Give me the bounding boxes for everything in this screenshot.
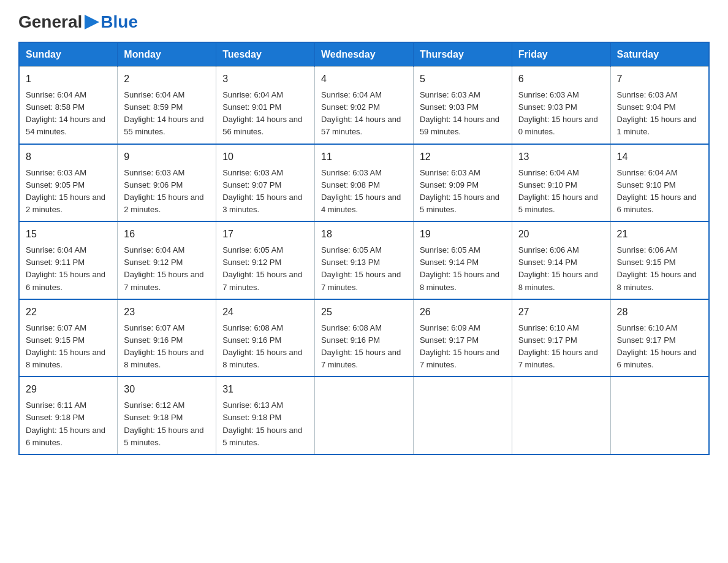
day-info: Sunrise: 6:03 AMSunset: 9:03 PMDaylight:…	[518, 90, 598, 136]
day-number: 27	[518, 305, 604, 320]
day-number: 3	[222, 72, 308, 86]
calendar-cell: 22Sunrise: 6:07 AMSunset: 9:15 PMDayligh…	[19, 299, 118, 377]
day-info: Sunrise: 6:03 AMSunset: 9:03 PMDaylight:…	[420, 90, 499, 136]
header-day-sunday: Sunday	[19, 42, 118, 67]
calendar-cell: 9Sunrise: 6:03 AMSunset: 9:06 PMDaylight…	[118, 144, 216, 222]
day-number: 6	[518, 72, 604, 86]
calendar-week-1: 1Sunrise: 6:04 AMSunset: 8:58 PMDaylight…	[19, 67, 709, 144]
calendar-cell: 12Sunrise: 6:03 AMSunset: 9:09 PMDayligh…	[413, 144, 512, 222]
day-info: Sunrise: 6:03 AMSunset: 9:08 PMDaylight:…	[321, 168, 401, 214]
calendar-cell	[512, 377, 610, 454]
day-info: Sunrise: 6:03 AMSunset: 9:07 PMDaylight:…	[222, 168, 302, 214]
day-number: 24	[222, 305, 308, 320]
day-number: 17	[222, 227, 308, 242]
calendar-table: SundayMondayTuesdayWednesdayThursdayFrid…	[18, 42, 710, 455]
day-number: 9	[124, 150, 210, 164]
calendar-cell: 27Sunrise: 6:10 AMSunset: 9:17 PMDayligh…	[512, 299, 610, 377]
calendar-cell	[610, 377, 709, 454]
header-row: SundayMondayTuesdayWednesdayThursdayFrid…	[19, 42, 709, 67]
day-info: Sunrise: 6:04 AMSunset: 9:11 PMDaylight:…	[26, 245, 105, 291]
logo-blue-text: Blue	[100, 12, 138, 32]
calendar-cell: 2Sunrise: 6:04 AMSunset: 8:59 PMDaylight…	[118, 67, 216, 144]
day-info: Sunrise: 6:04 AMSunset: 9:10 PMDaylight:…	[518, 168, 598, 214]
day-info: Sunrise: 6:05 AMSunset: 9:13 PMDaylight:…	[321, 245, 401, 291]
day-number: 23	[124, 305, 210, 320]
calendar-cell: 18Sunrise: 6:05 AMSunset: 9:13 PMDayligh…	[315, 221, 414, 299]
day-info: Sunrise: 6:08 AMSunset: 9:16 PMDaylight:…	[321, 323, 401, 369]
calendar-cell: 29Sunrise: 6:11 AMSunset: 9:18 PMDayligh…	[19, 377, 118, 454]
day-info: Sunrise: 6:04 AMSunset: 8:59 PMDaylight:…	[124, 90, 203, 136]
day-info: Sunrise: 6:04 AMSunset: 9:10 PMDaylight:…	[617, 168, 697, 214]
calendar-cell: 11Sunrise: 6:03 AMSunset: 9:08 PMDayligh…	[315, 144, 414, 222]
header-day-wednesday: Wednesday	[315, 42, 414, 67]
day-info: Sunrise: 6:04 AMSunset: 8:58 PMDaylight:…	[26, 90, 105, 136]
day-number: 30	[124, 382, 210, 397]
calendar-cell: 8Sunrise: 6:03 AMSunset: 9:05 PMDaylight…	[19, 144, 118, 222]
logo-general-text: General	[18, 12, 82, 32]
day-number: 5	[420, 72, 506, 86]
day-info: Sunrise: 6:03 AMSunset: 9:06 PMDaylight:…	[124, 168, 203, 214]
day-number: 22	[26, 305, 111, 320]
header-day-monday: Monday	[118, 42, 216, 67]
day-number: 13	[518, 150, 604, 164]
day-number: 11	[321, 150, 407, 164]
day-number: 15	[26, 227, 111, 242]
header-day-thursday: Thursday	[413, 42, 512, 67]
calendar-cell: 1Sunrise: 6:04 AMSunset: 8:58 PMDaylight…	[19, 67, 118, 144]
calendar-week-5: 29Sunrise: 6:11 AMSunset: 9:18 PMDayligh…	[19, 377, 709, 454]
header-day-tuesday: Tuesday	[216, 42, 315, 67]
day-number: 10	[222, 150, 308, 164]
day-info: Sunrise: 6:03 AMSunset: 9:09 PMDaylight:…	[420, 168, 499, 214]
calendar-cell: 17Sunrise: 6:05 AMSunset: 9:12 PMDayligh…	[216, 221, 315, 299]
calendar-cell: 23Sunrise: 6:07 AMSunset: 9:16 PMDayligh…	[118, 299, 216, 377]
day-number: 28	[617, 305, 702, 320]
day-number: 8	[26, 150, 111, 164]
calendar-cell: 14Sunrise: 6:04 AMSunset: 9:10 PMDayligh…	[610, 144, 709, 222]
svg-marker-0	[85, 15, 99, 29]
day-number: 21	[617, 227, 702, 242]
day-number: 1	[26, 72, 111, 86]
calendar-cell: 26Sunrise: 6:09 AMSunset: 9:17 PMDayligh…	[413, 299, 512, 377]
day-info: Sunrise: 6:09 AMSunset: 9:17 PMDaylight:…	[420, 323, 499, 369]
calendar-body: 1Sunrise: 6:04 AMSunset: 8:58 PMDaylight…	[19, 67, 709, 454]
calendar-cell: 30Sunrise: 6:12 AMSunset: 9:18 PMDayligh…	[118, 377, 216, 454]
day-info: Sunrise: 6:07 AMSunset: 9:16 PMDaylight:…	[124, 323, 203, 369]
day-number: 12	[420, 150, 506, 164]
calendar-cell: 10Sunrise: 6:03 AMSunset: 9:07 PMDayligh…	[216, 144, 315, 222]
day-info: Sunrise: 6:08 AMSunset: 9:16 PMDaylight:…	[222, 323, 302, 369]
calendar-cell: 28Sunrise: 6:10 AMSunset: 9:17 PMDayligh…	[610, 299, 709, 377]
calendar-cell: 21Sunrise: 6:06 AMSunset: 9:15 PMDayligh…	[610, 221, 709, 299]
day-number: 16	[124, 227, 210, 242]
calendar-cell: 31Sunrise: 6:13 AMSunset: 9:18 PMDayligh…	[216, 377, 315, 454]
calendar-week-2: 8Sunrise: 6:03 AMSunset: 9:05 PMDaylight…	[19, 144, 709, 222]
day-info: Sunrise: 6:05 AMSunset: 9:14 PMDaylight:…	[420, 245, 499, 291]
logo-flag-icon	[83, 13, 100, 31]
page-header: GeneralBlue	[18, 12, 710, 32]
calendar-header: SundayMondayTuesdayWednesdayThursdayFrid…	[19, 42, 709, 67]
day-info: Sunrise: 6:12 AMSunset: 9:18 PMDaylight:…	[124, 400, 203, 446]
day-info: Sunrise: 6:03 AMSunset: 9:05 PMDaylight:…	[26, 168, 105, 214]
calendar-cell: 7Sunrise: 6:03 AMSunset: 9:04 PMDaylight…	[610, 67, 709, 144]
logo: GeneralBlue	[18, 12, 138, 32]
calendar-cell	[413, 377, 512, 454]
calendar-cell: 13Sunrise: 6:04 AMSunset: 9:10 PMDayligh…	[512, 144, 610, 222]
day-number: 14	[617, 150, 702, 164]
day-number: 4	[321, 72, 407, 86]
day-number: 29	[26, 382, 111, 397]
day-number: 31	[222, 382, 308, 397]
calendar-cell: 25Sunrise: 6:08 AMSunset: 9:16 PMDayligh…	[315, 299, 414, 377]
calendar-week-4: 22Sunrise: 6:07 AMSunset: 9:15 PMDayligh…	[19, 299, 709, 377]
day-info: Sunrise: 6:10 AMSunset: 9:17 PMDaylight:…	[518, 323, 598, 369]
calendar-cell: 15Sunrise: 6:04 AMSunset: 9:11 PMDayligh…	[19, 221, 118, 299]
header-day-friday: Friday	[512, 42, 610, 67]
day-info: Sunrise: 6:10 AMSunset: 9:17 PMDaylight:…	[617, 323, 697, 369]
calendar-cell: 20Sunrise: 6:06 AMSunset: 9:14 PMDayligh…	[512, 221, 610, 299]
day-info: Sunrise: 6:05 AMSunset: 9:12 PMDaylight:…	[222, 245, 302, 291]
calendar-week-3: 15Sunrise: 6:04 AMSunset: 9:11 PMDayligh…	[19, 221, 709, 299]
calendar-cell: 19Sunrise: 6:05 AMSunset: 9:14 PMDayligh…	[413, 221, 512, 299]
day-info: Sunrise: 6:06 AMSunset: 9:15 PMDaylight:…	[617, 245, 697, 291]
day-number: 19	[420, 227, 506, 242]
day-info: Sunrise: 6:04 AMSunset: 9:01 PMDaylight:…	[222, 90, 302, 136]
calendar-cell: 16Sunrise: 6:04 AMSunset: 9:12 PMDayligh…	[118, 221, 216, 299]
day-info: Sunrise: 6:13 AMSunset: 9:18 PMDaylight:…	[222, 400, 302, 446]
